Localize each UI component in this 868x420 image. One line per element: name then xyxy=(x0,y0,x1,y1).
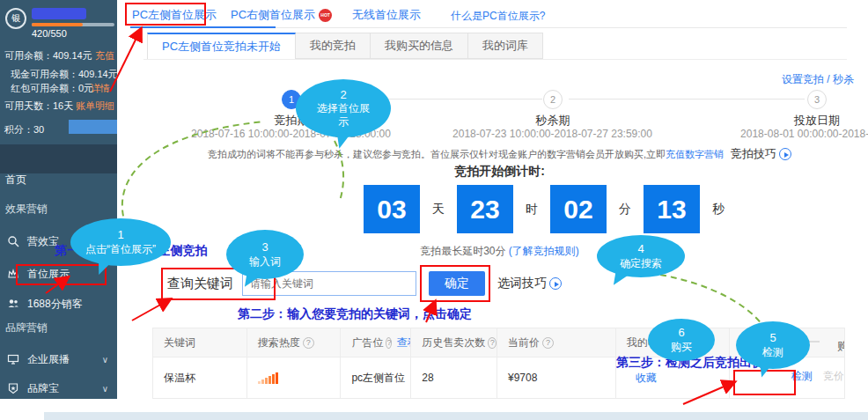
chevron-down-icon[interactable]: ∨ xyxy=(102,355,108,365)
bubble-label: 输入词 xyxy=(249,255,281,269)
favorite-link[interactable]: 收藏 xyxy=(636,371,657,386)
sidebar-item-home[interactable]: 首页 xyxy=(0,169,117,190)
view-link[interactable]: 查看 xyxy=(396,335,411,350)
subtab-my-auction[interactable]: 我的竞拍 xyxy=(296,33,371,59)
link-what-is-shouwei[interactable]: 什么是PC首位展示? xyxy=(451,9,545,24)
bubble-label: 选择首位展示 xyxy=(317,102,370,129)
account-name-redacted xyxy=(32,8,86,19)
step2-label: 秒杀期 xyxy=(509,113,597,129)
col-price: 当前价? xyxy=(497,328,616,357)
subtab-my-word-bank[interactable]: 我的词库 xyxy=(468,33,543,59)
points: 积分：30 xyxy=(4,123,44,136)
col-label: 历史售卖次数 xyxy=(422,335,485,350)
bubble-number: 3 xyxy=(261,240,268,254)
step3-circle: 3 xyxy=(807,90,827,109)
screen: 银 420/550 可用余额：409.14元 充值 现金可用余额：409.14元… xyxy=(0,0,868,420)
sidebar-item-pinpaibao[interactable]: 品牌宝 ∨ xyxy=(0,378,117,399)
sidebar-item-qiye-zhanbo[interactable]: 企业展播 ∨ xyxy=(0,349,117,370)
step3-date: 2018-08-01 00:00:00-2018-08-31 xyxy=(719,128,868,140)
countdown-minutes-unit: 分 xyxy=(619,202,631,217)
settings-auction-link[interactable]: 设置竞拍 / 秒杀 xyxy=(782,72,854,87)
detail-link[interactable]: 详情 xyxy=(91,82,110,95)
shield-star-icon xyxy=(7,382,19,394)
bubble-label: 检测 xyxy=(762,346,783,359)
highlight-box-confirm xyxy=(420,265,490,302)
auction-rules-link[interactable]: (了解竞拍规则) xyxy=(509,245,579,257)
play-video-icon[interactable] xyxy=(779,148,791,160)
sidebar-item-label: 品牌宝 xyxy=(27,381,59,396)
recharge-marketing-link[interactable]: 充值数字营销 xyxy=(666,149,724,159)
cell-heat xyxy=(247,357,342,398)
tab-wireless-shouwei[interactable]: 无线首位展示 xyxy=(352,7,421,23)
sidebar: 银 420/550 可用余额：409.14元 充值 现金可用余额：409.14元… xyxy=(0,0,117,399)
available-days: 可用天数：16天 xyxy=(4,99,73,113)
countdown-hours-unit: 时 xyxy=(526,202,538,217)
bubble-number: 4 xyxy=(637,242,644,256)
sidebar-item-label: 首页 xyxy=(5,173,26,188)
col-heat: 搜索热度? xyxy=(247,328,342,357)
cell-keyword: 保温杯 xyxy=(153,357,247,398)
col-label: 当前价 xyxy=(508,335,540,350)
step3-label: 投放日期 xyxy=(773,113,861,129)
medal-icon: 银 xyxy=(5,8,26,29)
col-label: 搜索热度 xyxy=(258,335,300,350)
points-redacted xyxy=(69,120,117,134)
tab-label: PC右侧首位展示 xyxy=(231,8,315,21)
bid-link-disabled: 竞价 xyxy=(823,369,844,384)
bubble-label: 确定搜索 xyxy=(620,257,662,270)
step2-date: 2018-07-23 10:00:00-2018-07-27 23:59:00 xyxy=(440,128,665,140)
col-ad-slot: 广告位?查看 xyxy=(341,328,411,357)
bubble-number: 5 xyxy=(769,331,776,345)
subtab-auction-not-started[interactable]: PC左侧首位竞拍未开始 xyxy=(147,33,296,59)
callout-bubble-1: 1 点击“首位展示” xyxy=(70,218,171,266)
countdown-seconds: 13 xyxy=(644,185,700,233)
sidebar-section-effect-marketing: 效果营销 xyxy=(5,202,48,217)
col-keyword: 关键词 xyxy=(153,328,247,357)
cell-price: ¥9708 xyxy=(497,357,616,398)
countdown-days: 03 xyxy=(364,185,420,233)
sidebar-section-brand-marketing: 品牌营销 xyxy=(5,321,48,335)
subtab-my-purchases[interactable]: 我购买的信息 xyxy=(371,33,468,59)
countdown: 03 天 23 时 02 分 13 秒 xyxy=(364,185,737,233)
level-progress-bar xyxy=(32,23,114,26)
help-icon[interactable]: ? xyxy=(488,337,497,349)
help-icon[interactable]: ? xyxy=(542,337,554,349)
bill-detail-link[interactable]: 账单明细 xyxy=(76,99,114,113)
cash-balance: 现金可用余额：409.14元 xyxy=(11,68,118,81)
callout-bubble-4: 4 确定搜索 xyxy=(597,235,685,277)
cell-history: 28 xyxy=(411,357,497,398)
sidebar-item-fenxiaoke[interactable]: 1688分销客 xyxy=(0,293,117,314)
help-icon[interactable]: ? xyxy=(303,337,314,349)
countdown-minutes: 02 xyxy=(550,185,607,233)
auction-tips-label: 竞拍技巧 xyxy=(731,147,776,160)
bubble-label: 点击“首位展示” xyxy=(85,243,156,256)
sidebar-item-label: 企业展播 xyxy=(27,352,70,367)
level-score: 420/550 xyxy=(32,28,67,39)
bottom-strip xyxy=(44,412,868,420)
tutorial-step2-text: 第二步：输入您要竞拍的关键词，点击确定 xyxy=(238,306,472,322)
sub-tabs: PC左侧首位竞拍未开始 我的竞拍 我购买的信息 我的词库 xyxy=(147,33,543,59)
tab-pc-right-shouwei[interactable]: PC右侧首位展示HOT xyxy=(231,7,332,23)
notice-text: 竞拍成功的词将不能再参与秒杀，建议您参与竞拍。首位展示仅针对现金账户的数字营销会… xyxy=(208,149,666,159)
help-icon[interactable]: ? xyxy=(386,337,392,349)
bubble-number: 1 xyxy=(117,228,123,242)
active-tab-underline xyxy=(130,26,276,28)
col-history: 历史售卖次数? xyxy=(411,328,497,357)
word-tips-label: 选词技巧 xyxy=(497,276,547,291)
chevron-down-icon[interactable]: ∨ xyxy=(102,384,108,394)
play-video-icon[interactable] xyxy=(549,277,562,290)
countdown-hours: 23 xyxy=(457,185,513,233)
bubble-number: 6 xyxy=(678,326,684,340)
col-label: 购买 xyxy=(837,339,844,354)
step2-circle: 2 xyxy=(543,90,563,109)
bubble-number: 2 xyxy=(340,88,346,102)
sidebar-item-label: 1688分销客 xyxy=(27,297,83,312)
delay-note-text: 竞拍最长延时30分 xyxy=(420,245,505,257)
hot-icon: HOT xyxy=(319,9,332,22)
bubble-label: 购买 xyxy=(671,341,692,354)
countdown-days-unit: 天 xyxy=(432,202,445,217)
recharge-link[interactable]: 充值 xyxy=(95,49,114,63)
auction-notice: 竞拍成功的词将不能再参与秒杀，建议您参与竞拍。首位展示仅针对现金账户的数字营销会… xyxy=(152,146,847,162)
callout-bubble-3: 3 输入词 xyxy=(226,230,304,279)
highlight-box-tab xyxy=(125,3,206,26)
